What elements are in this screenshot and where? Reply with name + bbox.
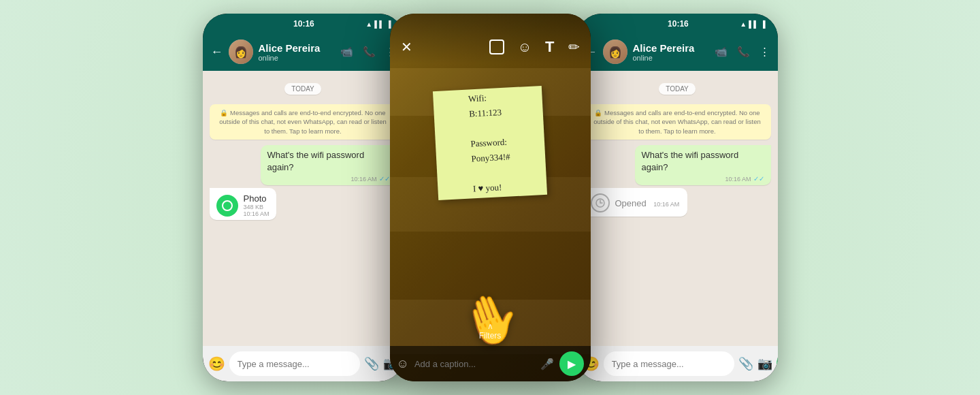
chat-area-right: TODAY 🔒 Messages and calls are end-to-en…	[577, 71, 778, 346]
sent-message-meta-left: 10:16 AM ✓✓	[267, 175, 390, 183]
opened-info-right: Opened 10:16 AM	[615, 197, 680, 209]
photo-icon-circle-left	[216, 195, 238, 217]
photo-bubble-info-left: Photo 348 KB 10:16 AM	[244, 193, 270, 217]
chat-header-left: ← 👩 Alice Pereira online 📹 📞 ⋮	[203, 33, 404, 71]
contact-status-left: online	[259, 54, 335, 62]
camera-btn-right[interactable]: 📷	[757, 356, 772, 371]
opened-bubble-right: Opened 10:16 AM	[584, 188, 688, 217]
avatar-img-left: 👩	[229, 40, 253, 64]
draw-icon-viewer[interactable]: ✏	[568, 39, 580, 55]
date-pill-right: TODAY	[659, 83, 696, 95]
status-time-right: 10:16	[668, 19, 689, 29]
signal-icon-left: ▌▌	[374, 20, 384, 28]
timer-svg	[595, 198, 606, 208]
filters-section[interactable]: ∧ Filters	[390, 319, 591, 343]
mic-btn-right[interactable]: 🎤	[777, 350, 778, 377]
input-bar-left: 😊 📎 📷 🎤	[203, 346, 404, 381]
phone-right-screen: 10:16 ▲ ▌▌ ▐ ← 👩 Alice Pereira online	[577, 14, 778, 381]
encryption-notice-right: 🔒 Messages and calls are end-to-end encr…	[584, 104, 771, 140]
sticky-note: Wifi:B:11:123Password:Pony334!#I ♥ you!	[433, 86, 547, 200]
signal-icon-right: ▌▌	[749, 20, 758, 28]
date-pill-left: TODAY	[284, 83, 321, 95]
caption-input[interactable]	[414, 359, 535, 369]
sent-message-text-right: What's the wifi password again?	[642, 149, 764, 174]
avatar-left: 👩	[229, 40, 253, 64]
status-icons-left: ▲ ▌▌ ▐	[365, 20, 391, 28]
encryption-text-left: 🔒 Messages and calls are end-to-end encr…	[219, 109, 387, 135]
more-icon-right[interactable]: ⋮	[760, 46, 770, 58]
contact-status-right: online	[633, 54, 709, 62]
emoji-btn-left[interactable]: 😊	[208, 356, 225, 372]
video-icon-left[interactable]: 📹	[340, 46, 353, 58]
input-bar-right: 😊 📎 📷 🎤	[577, 346, 778, 381]
close-icon-viewer[interactable]: ✕	[401, 39, 412, 55]
wifi-icon-left: ▲	[365, 20, 372, 28]
sticky-note-text: Wifi:B:11:123Password:Pony334!#I ♥ you!	[468, 89, 512, 196]
photo-icon-inner-left	[222, 200, 233, 211]
photo-size-left: 348 KB	[244, 204, 270, 210]
viewer-toolbar: ✕ ☺ T ✏	[390, 14, 591, 64]
message-input-right[interactable]	[604, 351, 734, 376]
phone-left-screen: 10:16 ▲ ▌▌ ▐ ← 👩 Alice Pereira online	[203, 14, 404, 381]
filters-label: Filters	[393, 331, 588, 341]
status-bar-right: 10:16 ▲ ▌▌ ▐	[577, 14, 778, 33]
crop-icon-viewer[interactable]	[489, 40, 504, 54]
emoji-icon-viewer[interactable]: ☺	[518, 40, 532, 55]
status-icons-right: ▲ ▌▌ ▐	[740, 20, 765, 28]
sent-message-right: What's the wifi password again? 10:16 AM…	[635, 145, 771, 185]
phone-right: 10:16 ▲ ▌▌ ▐ ← 👩 Alice Pereira online	[577, 14, 778, 381]
message-input-left[interactable]	[229, 351, 360, 376]
phone-left: 10:16 ▲ ▌▌ ▐ ← 👩 Alice Pereira online	[203, 14, 404, 381]
header-actions-left: 📹 📞 ⋮	[340, 46, 395, 58]
contact-info-right: Alice Pereira online	[633, 42, 709, 62]
viewer-mic-btn[interactable]: 🎤	[540, 358, 554, 370]
header-actions-right: 📹 📞 ⋮	[715, 46, 770, 58]
sent-message-time-left: 10:16 AM	[350, 176, 376, 183]
attach-btn-right[interactable]: 📎	[738, 356, 753, 371]
viewer-toolbar-left: ✕	[401, 39, 412, 55]
date-divider-right: TODAY	[584, 82, 771, 95]
phones-container: 10:16 ▲ ▌▌ ▐ ← 👩 Alice Pereira online	[203, 14, 778, 381]
phone-middle: ✕ ☺ T ✏ Wifi:B:11:123Password:Pony334!#I…	[390, 14, 591, 381]
back-button-left[interactable]: ←	[211, 45, 223, 59]
viewer-input-bar: ☺ 🎤 ▶	[390, 346, 591, 381]
wifi-icon-right: ▲	[740, 20, 747, 28]
photo-bubble-left[interactable]: Photo 348 KB 10:16 AM	[210, 188, 276, 220]
filters-chevron: ∧	[393, 321, 588, 331]
attach-btn-left[interactable]: 📎	[364, 356, 379, 371]
sent-message-time-right: 10:16 AM	[725, 176, 751, 183]
viewer-toolbar-right: ☺ T ✏	[489, 38, 580, 56]
sent-message-text-left: What's the wifi password again?	[267, 149, 390, 174]
text-icon-viewer[interactable]: T	[545, 38, 554, 56]
sent-message-meta-right: 10:16 AM ✓✓	[642, 175, 764, 183]
check-marks-right: ✓✓	[753, 175, 764, 183]
chat-header-right: ← 👩 Alice Pereira online 📹 📞 ⋮	[577, 33, 778, 71]
call-icon-right[interactable]: 📞	[737, 46, 750, 58]
check-marks-left: ✓✓	[379, 175, 390, 183]
encryption-notice-left: 🔒 Messages and calls are end-to-end encr…	[210, 104, 397, 140]
status-bar-left: 10:16 ▲ ▌▌ ▐	[203, 14, 404, 33]
video-icon-right[interactable]: 📹	[715, 46, 728, 58]
contact-name-right: Alice Pereira	[633, 42, 709, 54]
chat-area-left: TODAY 🔒 Messages and calls are end-to-en…	[203, 71, 404, 346]
date-divider-left: TODAY	[210, 82, 397, 95]
send-icon: ▶	[568, 358, 576, 370]
battery-icon-right: ▐	[760, 20, 765, 28]
avatar-right: 👩	[603, 40, 627, 64]
avatar-img-right: 👩	[603, 40, 627, 64]
send-button[interactable]: ▶	[559, 351, 584, 376]
photo-viewer: ✕ ☺ T ✏ Wifi:B:11:123Password:Pony334!#I…	[390, 14, 591, 381]
contact-name-left: Alice Pereira	[259, 42, 335, 54]
contact-info-left: Alice Pereira online	[259, 42, 335, 62]
opened-icon-right	[591, 193, 610, 212]
viewer-emoji-btn[interactable]: ☺	[397, 357, 409, 371]
photo-label-left: Photo	[244, 193, 270, 204]
opened-label-right: Opened	[615, 198, 647, 208]
sent-message-left: What's the wifi password again? 10:16 AM…	[261, 145, 397, 185]
call-icon-left[interactable]: 📞	[363, 46, 376, 58]
photo-time-left: 10:16 AM	[244, 210, 270, 217]
encryption-text-right: 🔒 Messages and calls are end-to-end encr…	[593, 109, 761, 135]
status-time-left: 10:16	[293, 19, 314, 29]
opened-time-right: 10:16 AM	[653, 201, 679, 208]
